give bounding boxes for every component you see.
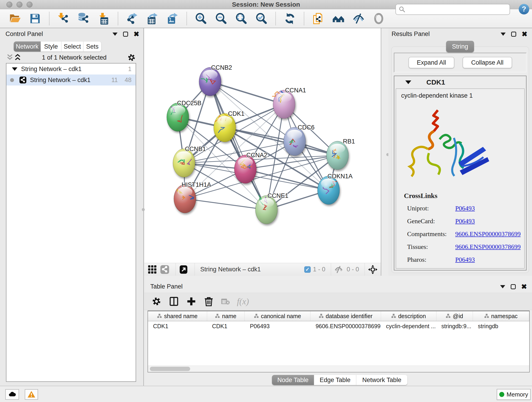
horizontal-splitter[interactable] (144, 276, 532, 280)
tab-network[interactable]: Network (14, 41, 41, 51)
add-column-icon[interactable] (186, 296, 196, 307)
tab-style[interactable]: Style (41, 41, 61, 51)
expand-all-networks-icon[interactable] (14, 54, 22, 61)
network-view-toolbar: String Network – cdk1 ✓ 1 - 0 0 - 0 (144, 263, 381, 276)
tab-node-table[interactable]: Node Table (272, 375, 314, 385)
network-node-ccnb2[interactable]: CCNB2 (199, 64, 232, 96)
fit-selected-icon[interactable] (368, 265, 378, 274)
tab-select[interactable]: Select (61, 41, 83, 51)
panel-menu-icon[interactable] (500, 32, 506, 36)
delete-column-icon[interactable] (203, 296, 214, 307)
tab-edge-table[interactable]: Edge Table (314, 375, 356, 385)
gene-section-header[interactable]: CDK1 (394, 76, 526, 89)
crosslink-link[interactable]: P06493 (455, 256, 475, 263)
new-network-from-selection-icon[interactable] (312, 12, 324, 25)
network-node-cdkn1a[interactable]: CDKN1A (317, 173, 353, 204)
network-node-cdc6[interactable]: CDC6 (284, 124, 315, 156)
network-graph[interactable]: CCNB2CCNA1CDC25BCDK1CDC6RB1CCNB1CCNA2CDK… (144, 28, 381, 263)
node-label-cdkn1a: CDKN1A (327, 173, 353, 180)
panel-float-icon[interactable] (511, 32, 516, 37)
tab-network-table[interactable]: Network Table (356, 375, 407, 385)
network-tree: String Network – cdk1 1 String Network –… (6, 63, 136, 382)
detach-view-icon[interactable] (179, 265, 188, 274)
apply-layout-icon[interactable] (284, 12, 296, 25)
warnings-button[interactable] (25, 389, 38, 400)
scrollbar-thumb[interactable] (150, 367, 190, 371)
network-node-ccna1[interactable]: CCNA1 (272, 87, 306, 119)
graphics-details-icon[interactable] (352, 12, 365, 25)
panel-close-icon[interactable]: ✖ (521, 284, 527, 289)
network-view[interactable]: CCNB2CCNA1CDC25BCDK1CDC6RB1CCNB1CCNA2CDK… (144, 28, 381, 276)
search-field[interactable] (395, 4, 510, 15)
node-label-ccnb2: CCNB2 (211, 64, 232, 71)
table-panel: Table Panel ✖ f(x) shared namenamecanoni… (144, 280, 532, 386)
zoom-fit-icon[interactable] (235, 12, 247, 25)
table-horizontal-scrollbar[interactable] (148, 366, 529, 372)
zoom-in-icon[interactable] (195, 12, 207, 25)
collapse-all-networks-icon[interactable] (6, 54, 14, 61)
tab-sets[interactable]: Sets (83, 41, 101, 51)
table-toolbar: f(x) (144, 293, 532, 310)
zoom-out-icon[interactable] (215, 12, 227, 25)
node-label-ccnb1: CCNB1 (185, 146, 206, 153)
vertical-splitter-handle[interactable] (142, 208, 145, 211)
node-label-cdk1: CDK1 (228, 110, 244, 117)
netbar-separator (365, 263, 365, 276)
search-input[interactable] (407, 6, 507, 13)
export-table-icon[interactable] (146, 12, 158, 25)
column-header-namespac[interactable]: namespac (473, 311, 529, 321)
memory-button[interactable]: Memory (497, 389, 531, 400)
column-header--id[interactable]: @id (437, 311, 473, 321)
expand-all-button[interactable]: Expand All (409, 57, 454, 68)
help-icon[interactable]: ? (518, 3, 530, 15)
export-network-icon[interactable] (126, 12, 138, 25)
save-session-icon[interactable] (29, 12, 41, 25)
network-node-rb1[interactable]: RB1 (326, 138, 355, 170)
column-header-database-identifier[interactable]: database identifier (310, 311, 381, 321)
network-options-gear-icon[interactable] (127, 53, 136, 62)
crosslink-link[interactable]: P06493 (455, 217, 475, 225)
network-node-hist1h1a[interactable]: HIST1H1A (174, 181, 211, 213)
export-image-icon[interactable] (166, 12, 179, 25)
open-session-icon[interactable] (9, 12, 21, 25)
network-thumbnail-icon[interactable] (160, 265, 169, 274)
hidden-elements-icon[interactable] (334, 265, 343, 274)
show-columns-icon[interactable] (169, 296, 179, 307)
first-neighbors-icon[interactable] (332, 12, 345, 25)
column-header-shared-name[interactable]: shared name (148, 311, 207, 321)
crosslink-link[interactable]: P06493 (455, 205, 475, 212)
panel-float-icon[interactable] (511, 284, 516, 289)
import-table-icon[interactable] (98, 12, 110, 25)
crosslinks-title: CrossLinks (404, 192, 524, 200)
grid-view-icon[interactable] (147, 265, 157, 274)
column-header-canonical-name[interactable]: canonical name (245, 311, 310, 321)
collapse-all-button[interactable]: Collapse All (462, 57, 512, 68)
table-options-gear-icon[interactable] (151, 296, 162, 307)
delete-table-icon (221, 297, 230, 306)
zoom-selected-icon[interactable] (255, 12, 268, 25)
selected-nodes-checkbox[interactable]: ✓ (304, 266, 311, 273)
panel-menu-icon[interactable] (113, 32, 118, 36)
import-network-database-icon[interactable] (77, 12, 90, 25)
column-header-name[interactable]: name (207, 311, 245, 321)
panel-close-icon[interactable]: ✖ (133, 32, 139, 37)
crosslink-link[interactable]: 9606.ENSP00000378699 (455, 243, 520, 250)
warning-icon (27, 390, 36, 399)
collection-disclosure-icon[interactable] (12, 67, 17, 71)
crosslink-link[interactable]: 9606.ENSP00000378699 (455, 230, 520, 237)
panel-menu-icon[interactable] (500, 285, 505, 288)
table-cell: CDK1 (148, 321, 207, 331)
table-row[interactable]: CDK1CDK1P064939606.ENSP00000378699cyclin… (148, 321, 529, 331)
network-row[interactable]: String Network – cdk1 11 48 (6, 75, 136, 85)
import-network-icon[interactable] (57, 12, 70, 25)
gene-disclosure-icon[interactable] (405, 80, 411, 84)
panel-close-icon[interactable]: ✖ (522, 32, 527, 37)
column-header-description[interactable]: description (381, 311, 437, 321)
results-panel-title: Results Panel (392, 31, 500, 38)
panel-float-icon[interactable] (123, 32, 128, 37)
tab-string[interactable]: String (446, 41, 474, 52)
network-collection-row[interactable]: String Network – cdk1 1 (6, 64, 136, 75)
column-label: namespac (491, 313, 518, 319)
cloud-status-button[interactable] (5, 389, 19, 400)
birds-eye-view-icon[interactable] (373, 12, 385, 25)
